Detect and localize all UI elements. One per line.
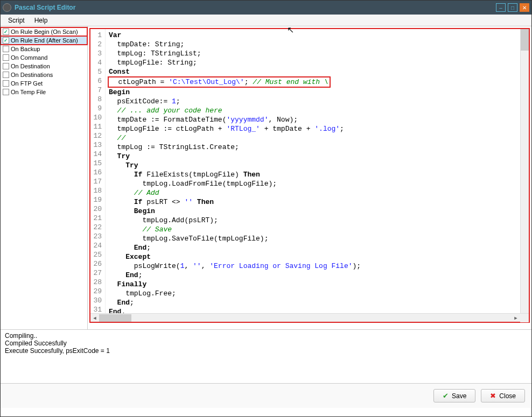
line-number: 12 bbox=[92, 131, 102, 140]
line-number: 6 bbox=[92, 76, 102, 86]
sidebar-item-label: On Backup bbox=[11, 46, 40, 52]
menu-help[interactable]: Help bbox=[30, 16, 52, 25]
code-line[interactable]: tmpLogFile: String; bbox=[109, 58, 526, 67]
sidebar-item-label: On FTP Get bbox=[11, 80, 43, 87]
menu-script[interactable]: Script bbox=[4, 16, 29, 25]
code-line[interactable]: tmpLogFile := ctLogPath + 'RTLog_' + tmp… bbox=[109, 124, 526, 133]
vertical-scrollbar[interactable] bbox=[520, 29, 529, 313]
checkbox-icon[interactable] bbox=[3, 72, 9, 78]
sidebar-item[interactable]: On Destination bbox=[1, 62, 87, 70]
close-button[interactable]: ✖ Close bbox=[481, 389, 525, 402]
hscroll-thumb[interactable] bbox=[99, 314, 131, 322]
code-line[interactable]: Const bbox=[109, 67, 526, 76]
event-sidebar: On Rule Begin (On Scan)On Rule End (Afte… bbox=[1, 26, 88, 329]
code-line[interactable]: tmpDate: String; bbox=[109, 40, 526, 49]
line-number: 17 bbox=[92, 177, 102, 186]
title-bar: Pascal Script Editor – □ ✕ bbox=[1, 1, 531, 15]
window-controls: – □ ✕ bbox=[496, 3, 529, 12]
line-number: 28 bbox=[92, 278, 102, 287]
output-line: Compiling.. bbox=[5, 332, 527, 340]
code-line[interactable]: If FileExists(tmpLogFile) Then bbox=[109, 170, 526, 179]
code-line[interactable]: ctLogPath = 'C:\Test\Out_Log\'; // Must … bbox=[109, 76, 526, 88]
sidebar-item[interactable]: On FTP Get bbox=[1, 79, 87, 88]
code-line[interactable]: // Save bbox=[109, 225, 526, 234]
code-line[interactable]: psLogWrite(1, '', 'Error Loading or Savi… bbox=[109, 261, 526, 271]
hscroll-track[interactable] bbox=[99, 314, 512, 322]
code-line[interactable]: If psLRT <> '' Then bbox=[109, 197, 526, 207]
sidebar-item-label: On Command bbox=[11, 54, 47, 61]
check-icon: ✔ bbox=[443, 392, 449, 400]
code-line[interactable]: Finally bbox=[109, 280, 526, 289]
checkbox-icon[interactable] bbox=[3, 46, 9, 52]
window-title: Pascal Script Editor bbox=[15, 4, 496, 11]
code-line[interactable]: Try bbox=[109, 152, 526, 161]
code-line[interactable]: End; bbox=[109, 271, 526, 280]
sidebar-item[interactable]: On Rule Begin (On Scan) bbox=[1, 27, 87, 36]
line-number: 9 bbox=[92, 104, 102, 113]
sidebar-item-label: On Destination bbox=[11, 63, 50, 69]
checkbox-icon[interactable] bbox=[3, 89, 9, 95]
horizontal-scrollbar[interactable]: ◄ ► bbox=[90, 313, 529, 322]
code-line[interactable]: Try bbox=[109, 161, 526, 170]
hscroll-left-arrow[interactable]: ◄ bbox=[90, 314, 99, 322]
checkbox-icon[interactable] bbox=[3, 29, 9, 35]
code-line[interactable]: // Add bbox=[109, 188, 526, 197]
hscroll-right-arrow[interactable]: ► bbox=[512, 314, 520, 322]
code-line[interactable]: tmpLog.LoadFromFile(tmpLogFile); bbox=[109, 179, 526, 188]
line-number: 26 bbox=[92, 259, 102, 268]
line-number: 18 bbox=[92, 186, 102, 195]
code-line[interactable]: // bbox=[109, 133, 526, 143]
code-line[interactable]: Except bbox=[109, 252, 526, 261]
code-line[interactable]: tmpLog: TStringList; bbox=[109, 49, 526, 58]
code-line[interactable]: Var bbox=[109, 31, 526, 40]
sidebar-item[interactable]: On Backup bbox=[1, 45, 87, 53]
code-line[interactable]: tmpLog.Free; bbox=[109, 289, 526, 298]
code-content[interactable]: Var tmpDate: String; tmpLog: TStringList… bbox=[106, 29, 529, 313]
line-number: 31 bbox=[92, 305, 102, 313]
code-line[interactable]: tmpLog := TStringList.Create; bbox=[109, 143, 526, 152]
main-area: On Rule Begin (On Scan)On Rule End (Afte… bbox=[1, 26, 531, 329]
app-icon bbox=[3, 3, 11, 12]
code-line[interactable]: psExitCode:= 1; bbox=[109, 97, 526, 106]
code-editor[interactable]: 1234567891011121314151617181920212223242… bbox=[90, 29, 529, 313]
line-number: 10 bbox=[92, 113, 102, 122]
sidebar-item[interactable]: On Rule End (After Scan) bbox=[1, 36, 87, 45]
line-number: 1 bbox=[92, 31, 102, 40]
output-panel: Compiling.. Compiled Succesfully Execute… bbox=[1, 329, 531, 383]
sidebar-item-label: On Destinations bbox=[11, 72, 53, 78]
line-number: 27 bbox=[92, 268, 102, 278]
code-line[interactable]: tmpLog.Add(psLRT); bbox=[109, 216, 526, 225]
save-button-label: Save bbox=[452, 392, 466, 400]
line-number: 24 bbox=[92, 241, 102, 250]
minimize-button[interactable]: – bbox=[496, 3, 506, 12]
sidebar-item-label: On Rule Begin (On Scan) bbox=[11, 29, 78, 35]
code-line[interactable]: End; bbox=[109, 298, 526, 307]
code-line[interactable]: End; bbox=[109, 243, 526, 252]
line-number: 5 bbox=[92, 67, 102, 76]
checkbox-icon[interactable] bbox=[3, 37, 9, 44]
sidebar-item[interactable]: On Temp File bbox=[1, 88, 87, 96]
line-number: 15 bbox=[92, 159, 102, 168]
code-line[interactable]: tmpDate := FormatDateTime('yyyymmdd', No… bbox=[109, 115, 526, 124]
sidebar-item-label: On Temp File bbox=[11, 89, 46, 95]
sidebar-item[interactable]: On Command bbox=[1, 53, 87, 62]
line-number: 8 bbox=[92, 95, 102, 104]
code-line[interactable]: End. bbox=[109, 307, 526, 313]
save-button[interactable]: ✔ Save bbox=[433, 389, 475, 402]
code-line[interactable]: Begin bbox=[109, 88, 526, 97]
code-line[interactable]: tmpLog.SaveToFile(tmpLogFile); bbox=[109, 234, 526, 243]
checkbox-icon[interactable] bbox=[3, 54, 9, 61]
checkbox-icon[interactable] bbox=[3, 80, 9, 87]
line-number: 21 bbox=[92, 214, 102, 223]
vscroll-thumb[interactable] bbox=[521, 29, 529, 51]
line-number: 11 bbox=[92, 122, 102, 131]
maximize-button[interactable]: □ bbox=[508, 3, 517, 12]
line-number: 2 bbox=[92, 40, 102, 49]
highlighted-code-box: ctLogPath = 'C:\Test\Out_Log\'; // Must … bbox=[108, 76, 331, 88]
line-number: 25 bbox=[92, 250, 102, 259]
close-window-button[interactable]: ✕ bbox=[520, 3, 529, 12]
code-line[interactable]: Begin bbox=[109, 207, 526, 216]
code-line[interactable]: // ... add your code here bbox=[109, 106, 526, 115]
checkbox-icon[interactable] bbox=[3, 63, 9, 69]
sidebar-item[interactable]: On Destinations bbox=[1, 70, 87, 79]
